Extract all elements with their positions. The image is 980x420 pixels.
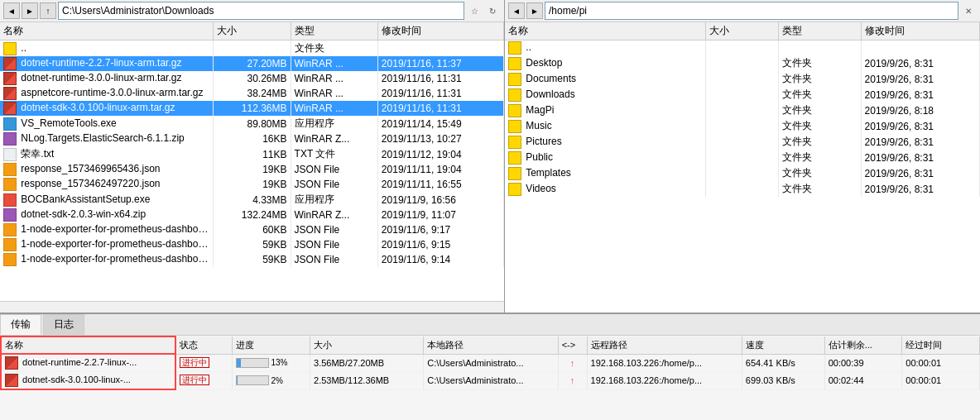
- file-type: JSON File: [291, 237, 377, 252]
- right-close-icon[interactable]: ✕: [960, 2, 977, 19]
- file-size: 30.26MB: [213, 71, 291, 86]
- table-row[interactable]: dotnet-sdk-3.0.100-linux-arm.tar.gz 112.…: [0, 101, 504, 116]
- file-size: [706, 87, 779, 103]
- file-icon: [3, 102, 17, 115]
- left-col-type[interactable]: 类型: [291, 22, 377, 41]
- file-type: 应用程序: [291, 116, 377, 131]
- file-name: Videos: [526, 183, 555, 194]
- file-size: 16KB: [213, 131, 291, 146]
- right-address-bar[interactable]: [545, 2, 958, 20]
- table-row[interactable]: 荣幸.txt 11KB TXT 文件 2019/11/12, 19:04: [0, 146, 504, 162]
- transfer-elapsed: 00:00:01: [902, 372, 980, 390]
- left-forward-button[interactable]: ►: [22, 2, 38, 19]
- file-type: 文件夹: [779, 165, 861, 181]
- file-size: [706, 165, 779, 181]
- file-icon: [508, 183, 521, 196]
- file-size: 59KB: [213, 252, 291, 267]
- file-date: 2019/9/26, 8:31: [861, 181, 979, 197]
- file-date: 2019/11/9, 11:07: [377, 208, 503, 222]
- left-col-date[interactable]: 修改时间: [377, 22, 503, 41]
- table-row[interactable]: aspnetcore-runtime-3.0.0-linux-arm.tar.g…: [0, 86, 504, 101]
- file-type: 文件夹: [779, 150, 861, 165]
- table-row[interactable]: Desktop 文件夹 2019/9/26, 8:31: [505, 55, 980, 71]
- file-type: JSON File: [291, 162, 377, 177]
- table-row[interactable]: Music 文件夹 2019/9/26, 8:31: [505, 118, 980, 134]
- bottom-section: 传输 日志 名称 状态 进度 大小 本地路径 <-> 远程路径 速度 估计剩余.…: [0, 313, 980, 420]
- file-name: BOCBankAssistantSetup.exe: [21, 193, 150, 205]
- table-row[interactable]: 1-node-exporter-for-prometheus-dashboar.…: [0, 252, 504, 267]
- left-address-bar[interactable]: [58, 2, 464, 20]
- right-back-button[interactable]: ◄: [508, 2, 525, 19]
- transfer-name: dotnet-runtime-2.2.7-linux-...: [1, 354, 175, 372]
- table-row[interactable]: Pictures 文件夹 2019/9/26, 8:31: [505, 134, 980, 150]
- table-row[interactable]: NLog.Targets.ElasticSearch-6.1.1.zip 16K…: [0, 131, 504, 146]
- table-row[interactable]: dotnet-runtime-3.0.0-linux-arm.tar.gz 30…: [0, 71, 504, 86]
- table-row[interactable]: Documents 文件夹 2019/9/26, 8:31: [505, 71, 980, 87]
- file-size: 19KB: [213, 162, 291, 177]
- table-row[interactable]: 1-node-exporter-for-prometheus-dashboar.…: [0, 222, 504, 237]
- table-row[interactable]: Templates 文件夹 2019/9/26, 8:31: [505, 165, 980, 181]
- file-name: Desktop: [526, 57, 562, 69]
- table-row[interactable]: response_1573462497220.json 19KB JSON Fi…: [0, 177, 504, 192]
- right-col-name[interactable]: 名称: [505, 22, 706, 41]
- transfer-col-status[interactable]: 状态: [175, 336, 233, 354]
- transfer-col-size[interactable]: 大小: [310, 336, 424, 354]
- file-size: [706, 103, 779, 118]
- transfer-col-elapsed[interactable]: 经过时间: [902, 336, 980, 354]
- file-name: NLog.Targets.ElasticSearch-6.1.1.zip: [21, 132, 184, 144]
- file-icon: [508, 73, 521, 86]
- left-up-button[interactable]: ↑: [40, 2, 56, 19]
- table-row[interactable]: ..: [505, 41, 980, 56]
- transfer-elapsed: 00:00:01: [902, 354, 980, 372]
- file-type: 文件夹: [779, 118, 861, 134]
- right-forward-button[interactable]: ►: [526, 2, 543, 19]
- table-row[interactable]: Public 文件夹 2019/9/26, 8:31: [505, 150, 980, 165]
- table-row[interactable]: MagPi 文件夹 2019/9/26, 8:18: [505, 103, 980, 118]
- table-row[interactable]: dotnet-runtime-2.2.7-linux-arm.tar.gz 27…: [0, 56, 504, 71]
- transfer-file-icon: [5, 356, 18, 370]
- transfer-col-local[interactable]: 本地路径: [424, 336, 558, 354]
- file-type: 文件夹: [779, 181, 861, 197]
- file-icon: [508, 167, 521, 180]
- table-row[interactable]: .. 文件夹: [0, 41, 504, 57]
- file-name: Music: [526, 120, 551, 131]
- file-size: 112.36MB: [213, 101, 291, 116]
- tab-transfer[interactable]: 传输: [0, 314, 41, 335]
- table-row[interactable]: dotnet-sdk-2.0.3-win-x64.zip 132.24MB Wi…: [0, 208, 504, 222]
- right-col-size[interactable]: 大小: [706, 22, 779, 41]
- left-refresh-icon[interactable]: ↻: [484, 2, 501, 19]
- table-row[interactable]: BOCBankAssistantSetup.exe 4.33MB 应用程序 20…: [0, 192, 504, 208]
- left-col-name[interactable]: 名称: [0, 22, 213, 41]
- table-row[interactable]: 1-node-exporter-for-prometheus-dashboar.…: [0, 237, 504, 252]
- file-type: JSON File: [291, 177, 377, 192]
- file-type: 文件夹: [779, 103, 861, 118]
- table-row[interactable]: Videos 文件夹 2019/9/26, 8:31: [505, 181, 980, 197]
- transfer-row[interactable]: dotnet-runtime-2.2.7-linux-... 进行中 13% 3…: [1, 354, 980, 372]
- transfer-col-eta[interactable]: 估计剩余...: [824, 336, 902, 354]
- transfer-col-arrow[interactable]: <->: [558, 336, 587, 354]
- transfer-col-remote[interactable]: 远程路径: [587, 336, 742, 354]
- left-col-size[interactable]: 大小: [213, 22, 291, 41]
- left-hscrollbar[interactable]: [0, 301, 504, 313]
- right-col-type[interactable]: 类型: [779, 22, 861, 41]
- file-icon: [508, 136, 521, 149]
- file-name: dotnet-runtime-3.0.0-linux-arm.tar.gz: [21, 72, 181, 84]
- file-size: [706, 41, 779, 56]
- transfer-col-progress[interactable]: 进度: [233, 336, 310, 354]
- transfer-col-speed[interactable]: 速度: [742, 336, 824, 354]
- right-pane: ◄ ► ✕ 名称 大小 类型 修改时间: [505, 0, 980, 313]
- file-size: 38.24MB: [213, 86, 291, 101]
- file-size: 11KB: [213, 146, 291, 162]
- tab-log[interactable]: 日志: [43, 314, 84, 335]
- table-row[interactable]: response_1573469965436.json 19KB JSON Fi…: [0, 162, 504, 177]
- transfer-col-name[interactable]: 名称: [1, 336, 175, 354]
- left-back-button[interactable]: ◄: [3, 2, 20, 19]
- table-row[interactable]: VS_RemoteTools.exe 89.80MB 应用程序 2019/11/…: [0, 116, 504, 131]
- transfer-row[interactable]: dotnet-sdk-3.0.100-linux-... 进行中 2% 2.53…: [1, 372, 980, 390]
- file-date: [377, 41, 503, 57]
- left-toolbar: ◄ ► ↑ ☆ ↻: [0, 0, 504, 22]
- file-icon: [508, 41, 521, 55]
- right-col-date[interactable]: 修改时间: [861, 22, 979, 41]
- table-row[interactable]: Downloads 文件夹 2019/9/26, 8:31: [505, 87, 980, 103]
- left-bookmark-icon[interactable]: ☆: [466, 2, 483, 19]
